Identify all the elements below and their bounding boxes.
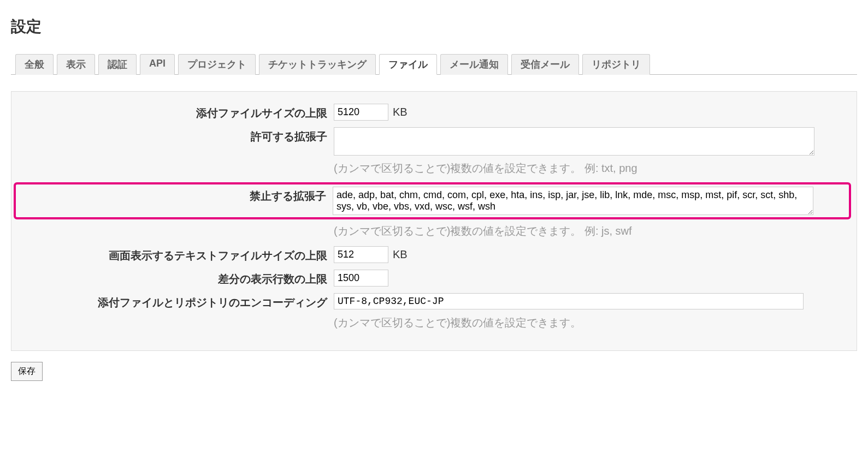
input-max-attach[interactable] — [334, 104, 388, 121]
label-max-attach: 添付ファイルサイズの上限 — [17, 104, 334, 121]
label-allowed-ext: 許可する拡張子 — [17, 127, 334, 144]
tab-api[interactable]: API — [140, 54, 175, 75]
field-row-encodings: 添付ファイルとリポジトリのエンコーディング — [17, 292, 851, 311]
tab-auth[interactable]: 認証 — [98, 54, 137, 75]
tab-repo[interactable]: リポジトリ — [582, 54, 650, 75]
tab-mail-recv[interactable]: 受信メール — [511, 54, 579, 75]
input-diff-lines[interactable] — [334, 270, 388, 287]
tab-tracking[interactable]: チケットトラッキング — [259, 54, 376, 75]
field-row-inline-max: 画面表示するテキストファイルサイズの上限 KB — [17, 245, 851, 264]
settings-form-box: 添付ファイルサイズの上限 KB 許可する拡張子 (カンマで区切ることで)複数の値… — [11, 91, 857, 351]
hint-encodings: (カンマで区切ることで)複数の値を設定できます。 — [334, 315, 581, 330]
tab-projects[interactable]: プロジェクト — [178, 54, 256, 75]
label-encodings: 添付ファイルとリポジトリのエンコーディング — [17, 293, 334, 310]
field-row-max-attach: 添付ファイルサイズの上限 KB — [17, 103, 851, 122]
label-inline-max: 画面表示するテキストファイルサイズの上限 — [17, 246, 334, 263]
input-inline-max[interactable] — [334, 246, 388, 263]
save-button[interactable]: 保存 — [11, 362, 43, 381]
textarea-denied-ext[interactable] — [333, 187, 813, 215]
page-title: 設定 — [11, 16, 857, 37]
hint-allowed-ext: (カンマで区切ることで)複数の値を設定できます。 例: txt, png — [334, 161, 637, 176]
textarea-allowed-ext[interactable] — [334, 127, 814, 156]
field-row-diff-lines: 差分の表示行数の上限 — [17, 269, 851, 288]
hint-denied-ext: (カンマで区切ることで)複数の値を設定できます。 例: js, swf — [334, 224, 632, 239]
label-diff-lines: 差分の表示行数の上限 — [17, 270, 334, 287]
label-denied-ext: 禁止する拡張子 — [16, 187, 333, 204]
tab-mail-notify[interactable]: メール通知 — [440, 54, 508, 75]
settings-tabs: 全般 表示 認証 API プロジェクト チケットトラッキング ファイル メール通… — [11, 53, 857, 75]
unit-inline-max: KB — [393, 248, 408, 261]
tab-files[interactable]: ファイル — [379, 54, 437, 75]
field-row-denied-ext: 禁止する拡張子 — [14, 182, 851, 219]
tab-display[interactable]: 表示 — [57, 54, 95, 75]
tab-general[interactable]: 全般 — [15, 54, 54, 75]
field-row-allowed-ext: 許可する拡張子 — [17, 126, 851, 157]
input-encodings[interactable] — [334, 293, 804, 309]
unit-max-attach: KB — [393, 106, 408, 118]
